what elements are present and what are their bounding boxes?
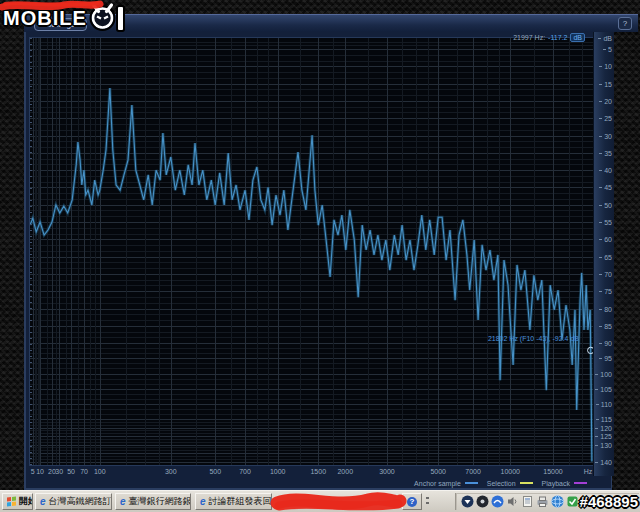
spectrum-chart — [30, 38, 593, 465]
db-tick-label: 130 — [595, 442, 612, 449]
tray-overflow-dots[interactable] — [426, 497, 429, 507]
db-tick-label: 120 — [595, 425, 612, 432]
db-tick-label: 110 — [596, 401, 612, 408]
db-tick-label: 90 — [599, 340, 612, 347]
frequency-tick-label: 70 — [80, 468, 88, 476]
frequency-tick-label: 10 — [36, 468, 44, 476]
frequency-unit-label: Hz — [584, 468, 593, 476]
frequency-axis: 5102030507010030050070010001500200030005… — [30, 466, 593, 477]
legend-color-dash — [574, 482, 587, 484]
printer-icon[interactable] — [536, 495, 549, 508]
anchor-readout: 21802 Hz (F10 -43), -92.4 dB — [488, 335, 579, 342]
internet-explorer-icon: e — [200, 497, 206, 507]
security-shield-icon[interactable] — [461, 495, 474, 508]
frequency-tick-label: 700 — [239, 468, 251, 476]
frequency-tick-label: 500 — [209, 468, 221, 476]
frequency-tick-label: 5 — [31, 468, 35, 476]
db-tick-label: 85 — [599, 323, 612, 330]
mobile01-one-glyph — [118, 7, 123, 30]
frequency-tick-label: 7000 — [465, 468, 481, 476]
db-tick-label: 80 — [599, 306, 612, 313]
frequency-tick-label: 10000 — [501, 468, 520, 476]
start-button-label: 開始 — [19, 495, 33, 508]
frequency-tick-label: 1000 — [270, 468, 286, 476]
forum-screenshot-page: { "logo": { "text": "MOBILE" }, "window"… — [0, 0, 640, 512]
start-button[interactable]: 開始 — [2, 493, 33, 510]
legend-color-dash — [520, 482, 533, 484]
volume-icon[interactable] — [506, 495, 519, 508]
db-tick-label: 100 — [595, 371, 612, 378]
frequency-tick-label: 3000 — [379, 468, 395, 476]
legend: Anchor sampleSelectionPlayback — [414, 477, 587, 489]
db-tick-label: 95 — [599, 355, 612, 362]
db-tick-label: 5 — [603, 46, 612, 53]
internet-explorer-icon: e — [120, 497, 126, 507]
db-tick-label: 55 — [599, 219, 612, 226]
question-icon: ? — [407, 497, 417, 507]
frequency-tick-label: 300 — [165, 468, 177, 476]
db-tick-label: 35 — [599, 150, 612, 157]
mobile01-logo-text: MOBILE — [3, 7, 87, 29]
db-tick-label: 15 — [599, 81, 612, 88]
windows-flag-icon — [7, 496, 16, 507]
legend-item: Playback — [542, 480, 587, 487]
db-tick-label: 70 — [599, 271, 612, 278]
cursor-readout-label: 21997 Hz: — [513, 34, 545, 41]
window-body: 21997 Hz: -117.2 dB 21802 Hz (F10 -43), … — [24, 32, 612, 490]
tasks-icon[interactable] — [521, 495, 534, 508]
antivirus-icon[interactable] — [566, 495, 579, 508]
frequency-tick-label: 5000 — [430, 468, 446, 476]
taskbar-window-button[interactable]: e台灣高鐵網路訂... — [35, 493, 112, 510]
cursor-readout-unit: dB — [570, 33, 585, 42]
db-tick-label: 20 — [599, 98, 612, 105]
db-tick-label: 65 — [599, 254, 612, 261]
db-tick-label: 30 — [599, 133, 612, 140]
cursor-readout-value: -117.2 — [548, 34, 567, 41]
db-tick-label: 45 — [599, 184, 612, 191]
taskbar-window-button[interactable]: e臺灣銀行網路銀... — [115, 493, 191, 510]
db-tick-label: 140 — [595, 459, 612, 466]
legend-item: Selection — [487, 480, 533, 487]
taskbar-window-button[interactable]: e討論群組發表回... — [195, 493, 272, 510]
db-tick-label: 125 — [595, 433, 612, 440]
taskbar-help-button[interactable]: ? — [402, 493, 422, 510]
frequency-tick-label: 2000 — [337, 468, 353, 476]
legend-color-dash — [465, 482, 478, 484]
legend-item: Anchor sample — [414, 480, 478, 487]
cursor-readout: 21997 Hz: -117.2 dB — [513, 33, 585, 42]
mobile01-devil-icon — [89, 2, 116, 35]
db-tick-label: 75 — [599, 288, 612, 295]
db-tick-label: 40 — [599, 167, 612, 174]
network-globe-icon[interactable] — [551, 495, 564, 508]
frequency-tick-label: 50 — [67, 468, 75, 476]
db-tick-label: dB — [598, 35, 612, 42]
internet-explorer-icon: e — [40, 497, 46, 507]
db-tick-label: 50 — [599, 202, 612, 209]
spectrum-plot[interactable] — [30, 38, 593, 465]
frequency-tick-label: 30 — [55, 468, 63, 476]
db-tick-label: 25 — [599, 115, 612, 122]
frequency-tick-label: 1500 — [310, 468, 326, 476]
db-tick-label: 115 — [596, 416, 612, 423]
post-number-overlay: #468895 — [580, 493, 638, 510]
db-tick-label: 60 — [599, 236, 612, 243]
messenger-icon[interactable] — [491, 495, 504, 508]
frequency-analysis-window: Settings ? 21997 Hz: -117.2 dB 21802 Hz … — [24, 14, 638, 490]
window-help-button[interactable]: ? — [618, 17, 632, 30]
status-dot-icon[interactable] — [476, 495, 489, 508]
taskbar: 開始 e台灣高鐵網路訂...e臺灣銀行網路銀...e討論群組發表回... ? #… — [0, 490, 640, 512]
frequency-tick-label: 15000 — [543, 468, 562, 476]
db-axis: dB51015202530354045505560657075808590951… — [593, 32, 614, 476]
db-tick-label: 10 — [599, 63, 612, 70]
mobile01-logo: MOBILE — [3, 3, 123, 33]
frequency-tick-label: 100 — [94, 468, 106, 476]
db-tick-label: 105 — [595, 386, 612, 393]
